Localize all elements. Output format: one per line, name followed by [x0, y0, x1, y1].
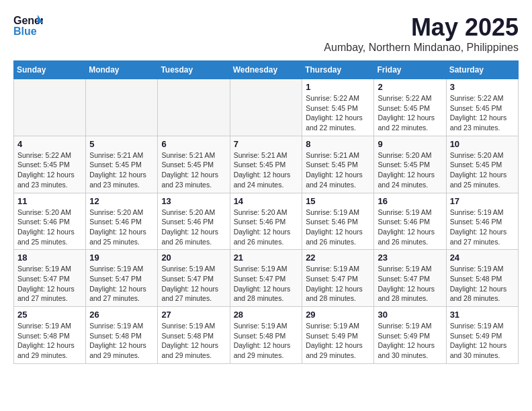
day-number: 14 — [234, 196, 299, 206]
calendar-week-5: 25Sunrise: 5:19 AM Sunset: 5:48 PM Dayli… — [14, 307, 519, 364]
day-info: Sunrise: 5:20 AM Sunset: 5:46 PM Dayligh… — [161, 208, 226, 247]
day-info: Sunrise: 5:19 AM Sunset: 5:46 PM Dayligh… — [378, 208, 442, 247]
svg-text:Blue: Blue — [13, 26, 37, 37]
day-number: 1 — [306, 82, 370, 92]
calendar-cell: 31Sunrise: 5:19 AM Sunset: 5:49 PM Dayli… — [446, 307, 518, 364]
day-info: Sunrise: 5:19 AM Sunset: 5:48 PM Dayligh… — [89, 321, 154, 361]
day-info: Sunrise: 5:19 AM Sunset: 5:49 PM Dayligh… — [378, 321, 442, 361]
day-info: Sunrise: 5:19 AM Sunset: 5:46 PM Dayligh… — [306, 208, 370, 247]
calendar-cell: 19Sunrise: 5:19 AM Sunset: 5:47 PM Dayli… — [86, 250, 158, 307]
day-number: 20 — [161, 253, 226, 263]
calendar-cell: 22Sunrise: 5:19 AM Sunset: 5:47 PM Dayli… — [302, 250, 374, 307]
day-number: 31 — [450, 310, 515, 320]
day-number: 18 — [17, 253, 82, 263]
calendar-table: SundayMondayTuesdayWednesdayThursdayFrid… — [13, 60, 519, 364]
calendar-cell: 27Sunrise: 5:19 AM Sunset: 5:48 PM Dayli… — [158, 307, 230, 364]
calendar-cell: 1Sunrise: 5:22 AM Sunset: 5:45 PM Daylig… — [302, 79, 374, 136]
day-number: 3 — [450, 82, 515, 92]
day-number: 17 — [450, 196, 515, 206]
calendar-cell: 24Sunrise: 5:19 AM Sunset: 5:48 PM Dayli… — [446, 250, 518, 307]
calendar-cell: 18Sunrise: 5:19 AM Sunset: 5:47 PM Dayli… — [14, 250, 86, 307]
day-info: Sunrise: 5:19 AM Sunset: 5:47 PM Dayligh… — [378, 264, 442, 304]
day-info: Sunrise: 5:19 AM Sunset: 5:47 PM Dayligh… — [161, 264, 226, 304]
calendar-week-1: 1Sunrise: 5:22 AM Sunset: 5:45 PM Daylig… — [14, 79, 519, 136]
calendar-cell: 14Sunrise: 5:20 AM Sunset: 5:46 PM Dayli… — [230, 193, 302, 250]
day-number: 15 — [306, 196, 370, 206]
day-number: 10 — [450, 139, 515, 149]
day-info: Sunrise: 5:19 AM Sunset: 5:47 PM Dayligh… — [234, 264, 299, 304]
day-number: 19 — [89, 253, 154, 263]
calendar-cell — [230, 79, 302, 136]
weekday-header-wednesday: Wednesday — [230, 61, 302, 79]
day-info: Sunrise: 5:19 AM Sunset: 5:49 PM Dayligh… — [306, 321, 370, 361]
day-number: 12 — [89, 196, 154, 206]
day-info: Sunrise: 5:20 AM Sunset: 5:46 PM Dayligh… — [17, 208, 82, 247]
calendar-cell: 28Sunrise: 5:19 AM Sunset: 5:48 PM Dayli… — [230, 307, 302, 364]
page-header: General Blue May 2025 Aumbay, Northern M… — [13, 13, 519, 54]
day-number: 24 — [450, 253, 515, 263]
calendar-cell: 30Sunrise: 5:19 AM Sunset: 5:49 PM Dayli… — [374, 307, 446, 364]
logo: General Blue — [13, 13, 43, 38]
calendar-cell: 16Sunrise: 5:19 AM Sunset: 5:46 PM Dayli… — [374, 193, 446, 250]
calendar-cell: 4Sunrise: 5:22 AM Sunset: 5:45 PM Daylig… — [14, 136, 86, 193]
day-info: Sunrise: 5:20 AM Sunset: 5:46 PM Dayligh… — [89, 208, 154, 247]
calendar-cell: 10Sunrise: 5:20 AM Sunset: 5:45 PM Dayli… — [446, 136, 518, 193]
month-title: May 2025 — [324, 13, 519, 42]
weekday-header-friday: Friday — [374, 61, 446, 79]
day-info: Sunrise: 5:21 AM Sunset: 5:45 PM Dayligh… — [89, 150, 154, 190]
weekday-header-thursday: Thursday — [302, 61, 374, 79]
day-info: Sunrise: 5:19 AM Sunset: 5:49 PM Dayligh… — [450, 321, 515, 361]
weekday-header-row: SundayMondayTuesdayWednesdayThursdayFrid… — [14, 61, 519, 79]
day-number: 13 — [161, 196, 226, 206]
calendar-cell: 29Sunrise: 5:19 AM Sunset: 5:49 PM Dayli… — [302, 307, 374, 364]
day-info: Sunrise: 5:22 AM Sunset: 5:45 PM Dayligh… — [17, 150, 82, 190]
calendar-cell: 23Sunrise: 5:19 AM Sunset: 5:47 PM Dayli… — [374, 250, 446, 307]
day-info: Sunrise: 5:21 AM Sunset: 5:45 PM Dayligh… — [306, 150, 370, 190]
calendar-cell: 3Sunrise: 5:22 AM Sunset: 5:45 PM Daylig… — [446, 79, 518, 136]
weekday-header-monday: Monday — [86, 61, 158, 79]
day-number: 27 — [161, 310, 226, 320]
day-number: 30 — [378, 310, 442, 320]
day-number: 2 — [378, 82, 442, 92]
calendar-cell: 11Sunrise: 5:20 AM Sunset: 5:46 PM Dayli… — [14, 193, 86, 250]
day-info: Sunrise: 5:19 AM Sunset: 5:47 PM Dayligh… — [17, 264, 82, 304]
calendar-cell: 9Sunrise: 5:20 AM Sunset: 5:45 PM Daylig… — [374, 136, 446, 193]
calendar-week-4: 18Sunrise: 5:19 AM Sunset: 5:47 PM Dayli… — [14, 250, 519, 307]
day-info: Sunrise: 5:20 AM Sunset: 5:45 PM Dayligh… — [450, 150, 515, 190]
day-info: Sunrise: 5:19 AM Sunset: 5:48 PM Dayligh… — [450, 264, 515, 304]
title-block: May 2025 Aumbay, Northern Mindanao, Phil… — [324, 13, 519, 54]
day-info: Sunrise: 5:19 AM Sunset: 5:47 PM Dayligh… — [89, 264, 154, 304]
location-title: Aumbay, Northern Mindanao, Philippines — [324, 42, 519, 54]
day-info: Sunrise: 5:21 AM Sunset: 5:45 PM Dayligh… — [234, 150, 299, 190]
day-number: 9 — [378, 139, 442, 149]
day-info: Sunrise: 5:19 AM Sunset: 5:48 PM Dayligh… — [234, 321, 299, 361]
weekday-header-saturday: Saturday — [446, 61, 518, 79]
day-number: 26 — [89, 310, 154, 320]
calendar-week-2: 4Sunrise: 5:22 AM Sunset: 5:45 PM Daylig… — [14, 136, 519, 193]
day-info: Sunrise: 5:21 AM Sunset: 5:45 PM Dayligh… — [161, 150, 226, 190]
calendar-week-3: 11Sunrise: 5:20 AM Sunset: 5:46 PM Dayli… — [14, 193, 519, 250]
day-number: 4 — [17, 139, 82, 149]
calendar-body: 1Sunrise: 5:22 AM Sunset: 5:45 PM Daylig… — [14, 79, 519, 364]
day-number: 23 — [378, 253, 442, 263]
day-number: 8 — [306, 139, 370, 149]
calendar-cell: 2Sunrise: 5:22 AM Sunset: 5:45 PM Daylig… — [374, 79, 446, 136]
day-number: 5 — [89, 139, 154, 149]
calendar-cell — [86, 79, 158, 136]
calendar-cell: 12Sunrise: 5:20 AM Sunset: 5:46 PM Dayli… — [86, 193, 158, 250]
calendar-cell: 7Sunrise: 5:21 AM Sunset: 5:45 PM Daylig… — [230, 136, 302, 193]
day-number: 21 — [234, 253, 299, 263]
day-info: Sunrise: 5:20 AM Sunset: 5:46 PM Dayligh… — [234, 208, 299, 247]
calendar-cell: 15Sunrise: 5:19 AM Sunset: 5:46 PM Dayli… — [302, 193, 374, 250]
day-number: 16 — [378, 196, 442, 206]
calendar-cell — [158, 79, 230, 136]
calendar-cell: 25Sunrise: 5:19 AM Sunset: 5:48 PM Dayli… — [14, 307, 86, 364]
calendar-cell: 17Sunrise: 5:19 AM Sunset: 5:46 PM Dayli… — [446, 193, 518, 250]
calendar-cell: 13Sunrise: 5:20 AM Sunset: 5:46 PM Dayli… — [158, 193, 230, 250]
weekday-header-tuesday: Tuesday — [158, 61, 230, 79]
day-info: Sunrise: 5:19 AM Sunset: 5:48 PM Dayligh… — [161, 321, 226, 361]
day-info: Sunrise: 5:19 AM Sunset: 5:47 PM Dayligh… — [306, 264, 370, 304]
day-info: Sunrise: 5:19 AM Sunset: 5:46 PM Dayligh… — [450, 208, 515, 247]
day-number: 6 — [161, 139, 226, 149]
logo-icon: General Blue — [13, 13, 43, 38]
